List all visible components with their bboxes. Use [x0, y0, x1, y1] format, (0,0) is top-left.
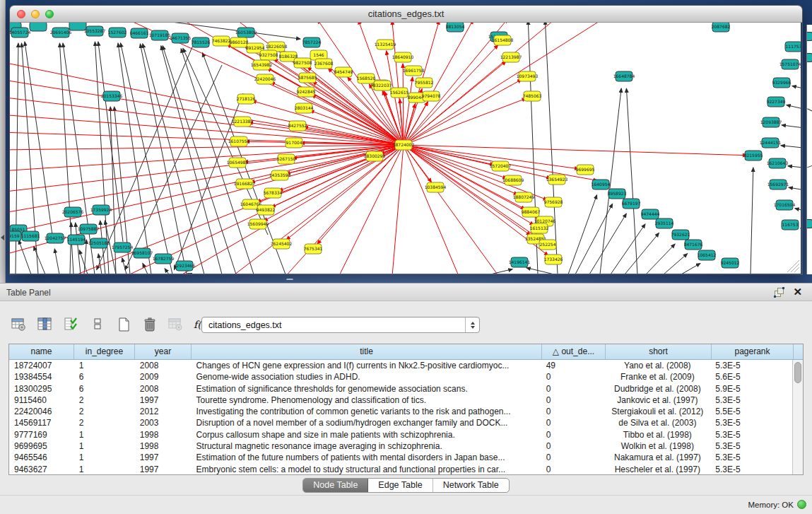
graph-node[interactable]: 7857224 — [302, 37, 322, 47]
graph-node[interactable]: 5875685 — [298, 73, 317, 83]
graph-node[interactable]: 39159 — [10, 231, 21, 241]
table-cell[interactable]: 9777169 — [9, 429, 74, 440]
table-cell[interactable]: 5.3E-5 — [710, 417, 792, 428]
hub-node[interactable]: 18724007 — [393, 140, 415, 150]
graph-node[interactable]: 18300295 — [364, 151, 386, 161]
graph-node[interactable]: 17957254 — [112, 243, 134, 252]
table-cell[interactable]: 2003 — [135, 417, 192, 428]
table-cell[interactable]: 1998 — [135, 440, 192, 452]
column-header-out_de[interactable]: △ out_de... — [542, 344, 606, 359]
table-cell[interactable]: Structural magnetic resonance image aver… — [192, 440, 541, 452]
table-row[interactable]: 946554611997Estimation of the future num… — [9, 452, 792, 463]
graph-node[interactable]: 12923466 — [174, 261, 196, 271]
table-row[interactable]: 1938455462009Genome-wide association stu… — [9, 371, 792, 382]
table-cell[interactable]: 1 — [74, 464, 135, 474]
graph-node[interactable]: 16782759 — [153, 254, 175, 264]
table-cell[interactable]: Hescheler et al. (1997) — [604, 464, 710, 474]
table-cell[interactable]: 0 — [541, 406, 605, 417]
delete-table-button[interactable] — [165, 315, 187, 334]
table-cell[interactable]: 0 — [541, 371, 605, 382]
table-panel-header[interactable]: Table Panel ✕ — [0, 283, 812, 301]
table-cell[interactable]: 9699695 — [9, 440, 74, 452]
table-cell[interactable]: 1998 — [135, 429, 192, 440]
graph-node[interactable]: 1640954 — [592, 180, 611, 189]
graph-node[interactable]: 9884067 — [522, 207, 541, 217]
graph-node[interactable]: 9493822 — [257, 205, 276, 215]
graph-node[interactable]: 9329966 — [772, 78, 792, 88]
close-panel-icon[interactable]: ✕ — [793, 286, 802, 298]
graph-node[interactable]: 7955812 — [415, 78, 434, 88]
graph-node[interactable]: 252254 — [539, 240, 556, 250]
graph-node[interactable]: 14196141 — [509, 257, 531, 267]
graph-node[interactable]: 9474444 — [641, 209, 660, 219]
graph-node[interactable]: 76245402 — [271, 239, 293, 249]
graph-node[interactable]: 15751074 — [779, 59, 801, 69]
table-cell[interactable]: Tourette syndrome. Phenomenology and cla… — [192, 395, 541, 406]
graph-node[interactable]: 9245012 — [721, 258, 740, 268]
table-cell[interactable]: 9115460 — [9, 395, 74, 406]
table-cell[interactable]: Stergiakouli et al. (2012) — [604, 406, 710, 417]
graph-node[interactable]: 8471676 — [684, 240, 703, 250]
table-cell[interactable]: 5.3E-5 — [710, 464, 792, 474]
panel-splitter-handle[interactable] — [286, 279, 293, 282]
table-cell[interactable]: 0 — [541, 417, 605, 428]
dropdown-arrows-icon[interactable] — [465, 317, 479, 332]
row-height-button[interactable] — [87, 315, 108, 334]
graph-node[interactable]: 6466161 — [130, 28, 149, 38]
table-cell[interactable]: 1 — [74, 452, 135, 463]
column-header-in_degree[interactable]: in_degree — [74, 344, 135, 359]
graph-node[interactable]: 20153346 — [101, 91, 123, 101]
table-cell[interactable]: 5.6E-5 — [710, 371, 792, 382]
table-cell[interactable]: 22420046 — [9, 406, 74, 417]
window-titlebar[interactable]: citations_edges.txt — [10, 6, 802, 23]
graph-node[interactable]: 10384594 — [425, 182, 447, 192]
graph-node[interactable]: 12444151 — [760, 138, 782, 148]
resize-grip[interactable] — [787, 260, 799, 272]
graph-node[interactable]: 16107554 — [228, 136, 250, 146]
table-cell[interactable]: 1997 — [135, 395, 192, 406]
graph-node[interactable]: 2935114 — [655, 218, 674, 228]
new-column-button[interactable] — [113, 315, 134, 334]
graph-node[interactable]: 16961758 — [403, 66, 425, 76]
graph-node[interactable]: 10654985 — [227, 158, 249, 168]
table-cell[interactable]: Dudbridge et al. (2008) — [604, 383, 710, 395]
graph-node[interactable]: 12213383 — [232, 117, 254, 127]
graph-node[interactable]: 10553287 — [84, 26, 106, 36]
graph-node[interactable]: 2367608 — [314, 59, 334, 69]
network-graph[interactable]: 1405572420691406105532871527602646616110… — [10, 23, 801, 274]
float-panel-icon[interactable] — [775, 288, 784, 297]
graph-node[interactable]: 12505185 — [88, 238, 110, 248]
table-header-row[interactable]: namein_degreeyeartitle△ out_de...shortpa… — [9, 344, 803, 360]
table-cell[interactable]: 5.3E-5 — [710, 440, 792, 452]
graph-node[interactable]: 9327508 — [259, 50, 278, 60]
table-cell[interactable]: Estimation of the future numbers of pati… — [192, 452, 541, 463]
graph-node[interactable]: 1733426 — [544, 255, 563, 264]
graph-node[interactable]: 16543982 — [251, 60, 273, 70]
table-row[interactable]: 1872400712008Changes of HCN gene express… — [9, 360, 792, 371]
graph-node[interactable]: 19166827 — [234, 179, 256, 189]
graph-node[interactable] — [30, 23, 47, 31]
graph-node[interactable]: 8322037 — [373, 81, 392, 90]
table-cell[interactable]: 5.9E-5 — [710, 383, 792, 395]
graph-node[interactable]: 9242845 — [297, 87, 316, 97]
column-header-name[interactable]: name — [9, 344, 74, 359]
graph-node[interactable]: 16053809 — [235, 28, 257, 37]
table-cell[interactable]: 49 — [541, 360, 605, 371]
table-cell[interactable]: Nakamura et al. (1997) — [604, 452, 710, 463]
graph-node[interactable]: 5267150 — [277, 154, 296, 164]
graph-node[interactable]: 7675341 — [304, 244, 323, 254]
table-cell[interactable]: Disruption of a novel member of a sodium… — [192, 417, 541, 428]
table-cell[interactable]: 5.3E-5 — [710, 360, 792, 371]
table-cell[interactable]: Jankovic et al. (1997) — [604, 395, 710, 406]
graph-node[interactable]: 111753 — [785, 42, 801, 52]
table-cell[interactable]: Genome-wide association studies in ADHD. — [192, 371, 541, 382]
column-header-year[interactable]: year — [135, 344, 192, 359]
table-cell[interactable]: 18724007 — [9, 360, 74, 371]
show-columns-button[interactable] — [35, 315, 56, 334]
graph-node[interactable]: 7463822 — [212, 36, 231, 46]
graph-node[interactable]: 12042757 — [45, 233, 66, 243]
table-mode-button[interactable] — [8, 315, 30, 334]
table-cell[interactable]: 5.3E-5 — [710, 452, 792, 463]
graph-node[interactable]: 9827508 — [293, 58, 312, 68]
table-cell[interactable]: Tibbo et al. (1998) — [604, 429, 710, 440]
